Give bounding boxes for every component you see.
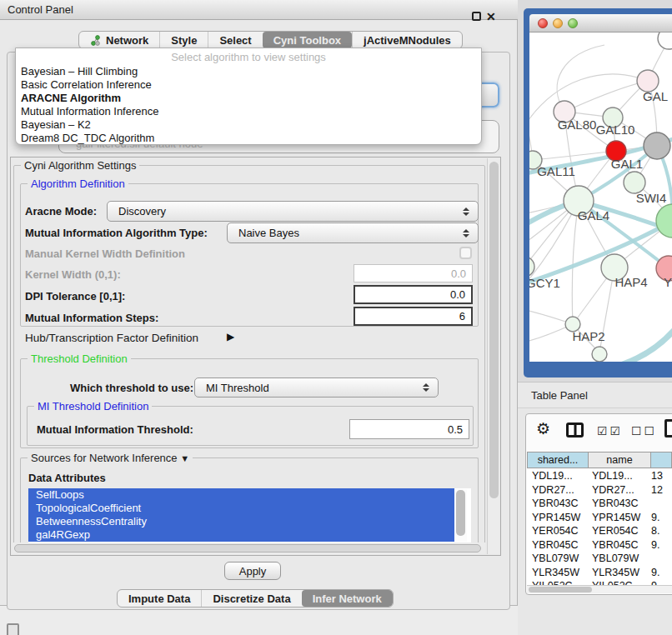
close-traffic-light-icon[interactable] [538, 18, 548, 28]
control-panel-title: Control Panel [8, 3, 73, 16]
horizontal-scrollbar-thumb[interactable] [14, 544, 481, 552]
table-row[interactable]: YPR145WYPR145W9. [527, 511, 672, 525]
zoom-traffic-light-icon[interactable] [568, 18, 578, 28]
network-canvas[interactable]: GALGAL80GAL10GAL1GAL11SWI4GAL4HAP4YGCY1H… [529, 32, 672, 362]
collapsed-arrow-icon[interactable]: ▶ [227, 331, 234, 342]
table-cell: YDR27... [527, 483, 587, 498]
docked-panel-icon[interactable] [7, 623, 19, 635]
algorithm-option[interactable]: ARACNE Algorithm [16, 92, 481, 105]
table-horizontal-scrollbar-thumb[interactable] [529, 587, 592, 592]
column-selector-icon[interactable] [566, 422, 584, 438]
table-row[interactable]: YDL19...YDL19...13 [527, 469, 672, 483]
network-node-label: GAL10 [596, 122, 635, 137]
network-node-label: GAL1 [611, 157, 643, 171]
hub-section-label[interactable]: Hub/Transcription Factor Definition [25, 332, 198, 344]
table-cell: YBR045C [587, 538, 649, 552]
combo-arrows-icon [463, 228, 469, 239]
dpi-tolerance-field[interactable]: 0.0 [354, 285, 473, 304]
table-row[interactable]: YLR345WYLR345W9. [527, 566, 672, 580]
kernel-width-field[interactable]: 0.0 [354, 264, 473, 282]
tab-style[interactable]: Style [159, 32, 208, 48]
expanded-arrow-icon[interactable]: ▼ [180, 453, 189, 463]
table-horizontal-scrollbar[interactable] [527, 585, 672, 593]
select-all-icon[interactable]: ☑☑ [597, 424, 623, 438]
horizontal-scrollbar[interactable] [12, 542, 485, 554]
tab-network[interactable]: Network [79, 32, 159, 48]
mi-threshold-definition-title: MI Threshold Definition [34, 400, 152, 412]
close-icon[interactable]: ✕ [486, 8, 496, 25]
algorithm-option[interactable]: Dream8 DC_TDC Algorithm [16, 132, 481, 145]
table-cell: 9. [649, 511, 672, 525]
mi-type-combo[interactable]: Naive Bayes [227, 222, 479, 243]
column-header[interactable] [650, 452, 671, 468]
table-settings-gear-icon[interactable]: ⚙ [536, 420, 550, 438]
network-node-label: HAP4 [614, 275, 647, 289]
table-panel-titlebar: Table Panel [518, 382, 672, 408]
attribute-list-scrollbar-thumb[interactable] [456, 490, 465, 536]
mi-threshold-field[interactable]: 0.5 [349, 419, 469, 439]
column-header[interactable]: shared... [528, 452, 588, 468]
tab-select[interactable]: Select [208, 32, 262, 48]
attribute-list-item[interactable]: TopologicalCoefficient [28, 502, 454, 515]
manual-kernel-checkbox[interactable] [459, 247, 472, 259]
dpi-tolerance-label: DPI Tolerance [0,1]: [25, 290, 125, 302]
table-row[interactable]: YBL079WYBL079W [527, 552, 672, 566]
algorithm-list: Bayesian – Hill ClimbingBasic Correlatio… [16, 65, 481, 145]
table-cell: 8. [649, 524, 672, 538]
tab-cyni-toolbox[interactable]: Cyni Toolbox [263, 32, 352, 48]
network-edge-thick[interactable] [623, 326, 672, 362]
cyni-bottom-tabbar: Impute DataDiscretize DataInfer Network [117, 589, 394, 608]
network-edge[interactable] [564, 81, 648, 112]
cyni-algorithm-settings-title: Cyni Algorithm Settings [21, 159, 139, 172]
minimize-traffic-light-icon[interactable] [553, 18, 563, 28]
algorithm-option[interactable]: Basic Correlation Inference [16, 78, 481, 92]
sources-title-text: Sources for Network Inference [31, 452, 178, 464]
export-table-icon[interactable] [664, 419, 672, 438]
screen: Control Panel ✕ NetworkStyleSelectCyni T… [0, 0, 672, 635]
tab-label: jActiveMNodules [364, 34, 451, 47]
attribute-list-item[interactable]: BetweennessCentrality [28, 515, 454, 528]
attribute-list-item[interactable]: gal4RGexp [28, 528, 454, 542]
table-row[interactable]: YDR27...YDR27...12 [527, 483, 672, 498]
attribute-list-scrollbar[interactable] [455, 489, 467, 542]
manual-kernel-label: Manual Kernel Width Definition [25, 248, 185, 260]
tab-jactivemnodules[interactable]: jActiveMNodules [352, 32, 462, 48]
float-window-icon[interactable] [472, 12, 481, 21]
vertical-scrollbar[interactable] [487, 158, 499, 554]
network-node-label: GAL80 [558, 118, 597, 132]
column-header[interactable]: name [588, 452, 650, 468]
which-threshold-combo[interactable]: MI Threshold [194, 378, 439, 398]
tab-infer-network[interactable]: Infer Network [302, 590, 393, 607]
tab-label: Network [106, 34, 148, 47]
apply-button[interactable]: Apply [224, 562, 281, 580]
network-graph[interactable]: GALGAL80GAL10GAL1GAL11SWI4GAL4HAP4YGCY1H… [529, 32, 672, 362]
tab-label: Discretize Data [213, 592, 290, 605]
network-node-bottom[interactable] [592, 347, 607, 362]
algorithm-option[interactable]: Bayesian – Hill Climbing [16, 65, 481, 78]
table-cell: YPR145W [587, 511, 649, 525]
vertical-scrollbar-thumb[interactable] [489, 162, 499, 498]
table-row[interactable]: YIL052CYIL052C9 [527, 579, 672, 585]
tab-impute-data[interactable]: Impute Data [118, 590, 201, 607]
table-cell: YDR27... [587, 483, 649, 498]
mi-steps-value: 6 [459, 310, 465, 322]
network-node-gray[interactable] [644, 132, 670, 159]
tab-discretize-data[interactable]: Discretize Data [201, 590, 301, 607]
data-attributes-list[interactable]: SelfLoopsTopologicalCoefficientBetweenne… [28, 488, 471, 542]
algorithm-option[interactable]: Bayesian – K2 [16, 118, 481, 132]
table-cell: YPR145W [527, 511, 587, 525]
table-row[interactable]: YBR045CYBR045C9. [527, 538, 672, 552]
network-node-top-partial[interactable] [658, 32, 672, 49]
tab-label: Infer Network [313, 592, 382, 605]
table-row[interactable]: YBR043CYBR043C [527, 497, 672, 511]
attribute-list-item[interactable]: SelfLoops [28, 488, 454, 502]
algorithm-option[interactable]: Mutual Information Inference [16, 105, 481, 118]
table-row[interactable]: YER054CYER054C8. [527, 524, 672, 538]
apply-button-label: Apply [239, 565, 267, 578]
aracne-mode-combo[interactable]: Discovery [107, 201, 479, 222]
mi-steps-field[interactable]: 6 [354, 307, 473, 326]
algorithm-prompt: Select algorithm to view settings [16, 51, 481, 65]
table-cell: YER054C [587, 524, 649, 538]
deselect-all-icon[interactable]: ☐☐ [631, 424, 657, 438]
sources-title: Sources for Network Inference ▼ [28, 452, 193, 464]
